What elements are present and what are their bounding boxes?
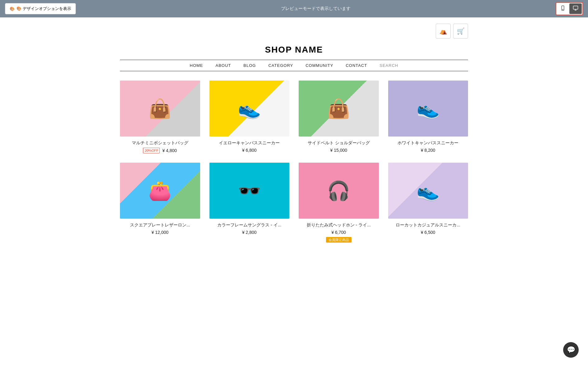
design-options-label: 🎨 デザインオプションを表示 (16, 6, 71, 12)
product-card[interactable]: 👟ホワイトキャンバススニーカー¥ 8,200 (388, 81, 468, 153)
nav-item-home[interactable]: HOME (184, 63, 209, 68)
top-icons-row: ⛺ 🛒 (120, 24, 468, 39)
mobile-view-button[interactable] (557, 3, 569, 14)
product-image-visual: 🎧 (299, 163, 379, 219)
product-card[interactable]: 👟ローカットカジュアルスニーカ...¥ 6,500 (388, 163, 468, 242)
product-name: イエローキャンバススニーカー (209, 140, 290, 146)
product-image-visual: 🕶️ (209, 163, 290, 219)
nav-item-category[interactable]: CATEGORY (262, 63, 299, 68)
product-name: ローカットカジュアルスニーカ... (388, 222, 468, 228)
product-price: ¥ 2,800 (242, 230, 257, 235)
discount-badge: 20%OFF (143, 148, 160, 153)
product-grid: 👜マルチミニポシェットバッグ20%OFF¥ 4,800👟イエローキャンバススニー… (120, 81, 468, 242)
tent-icon-button[interactable]: ⛺ (436, 24, 451, 39)
product-card[interactable]: 👟イエローキャンバススニーカー¥ 6,800 (209, 81, 290, 153)
palette-icon: 🎨 (10, 7, 15, 11)
svg-point-1 (563, 9, 563, 10)
nav-item-community[interactable]: COMMUNITY (299, 63, 339, 68)
product-card[interactable]: 🎧折りたたみ式ヘッドホン - ライ...¥ 6,700会員限定商品 (299, 163, 379, 242)
product-price: ¥ 4,800 (162, 148, 177, 153)
product-name: 折りたたみ式ヘッドホン - ライ... (299, 222, 379, 228)
product-image-visual: 👟 (388, 163, 468, 219)
nav-item-contact[interactable]: CONTACT (339, 63, 373, 68)
product-price: ¥ 8,200 (421, 148, 435, 153)
product-card[interactable]: 🕶️カラーフレームサングラス - イ...¥ 2,800 (209, 163, 290, 242)
desktop-view-button[interactable] (569, 3, 582, 14)
product-price: ¥ 12,000 (152, 230, 169, 235)
shop-area: ⛺ 🛒 SHOP NAME HOME ABOUT BLOG CATEGORY C… (108, 17, 480, 249)
product-name: サイドベルト ショルダーバッグ (299, 140, 379, 146)
cart-icon: 🛒 (457, 27, 465, 35)
product-image-visual: 👛 (120, 163, 200, 219)
product-image-visual: 👟 (388, 81, 468, 137)
nav-item-about[interactable]: ABOUT (209, 63, 237, 68)
tent-icon: ⛺ (439, 27, 447, 35)
product-name: カラーフレームサングラス - イ... (209, 222, 290, 228)
product-name: ホワイトキャンバススニーカー (388, 140, 468, 146)
navigation-bar: HOME ABOUT BLOG CATEGORY COMMUNITY CONTA… (120, 60, 468, 71)
product-price: ¥ 6,800 (242, 148, 257, 153)
shop-name: SHOP NAME (120, 45, 468, 55)
device-toggle-group (556, 2, 583, 15)
product-card[interactable]: 👜マルチミニポシェットバッグ20%OFF¥ 4,800 (120, 81, 200, 153)
product-price: ¥ 15,000 (330, 148, 347, 153)
product-name: マルチミニポシェットバッグ (120, 140, 200, 146)
top-bar: 🎨 🎨 デザインオプションを表示 プレビューモードで表示しています (0, 0, 588, 17)
svg-rect-2 (573, 6, 578, 9)
product-image-visual: 👟 (209, 81, 290, 137)
nav-search[interactable]: SEARCH (373, 63, 404, 68)
product-card[interactable]: 👜サイドベルト ショルダーバッグ¥ 15,000 (299, 81, 379, 153)
product-image-visual: 👜 (299, 81, 379, 137)
cart-icon-button[interactable]: 🛒 (453, 24, 468, 39)
design-options-button[interactable]: 🎨 🎨 デザインオプションを表示 (5, 3, 76, 14)
preview-mode-label: プレビューモードで表示しています (281, 6, 351, 12)
product-price: ¥ 6,500 (421, 230, 435, 235)
product-price: ¥ 6,700 (331, 230, 346, 235)
member-badge: 会員限定商品 (326, 237, 351, 243)
product-image-visual: 👜 (120, 81, 200, 137)
product-name: スクエアプレートレザーロン... (120, 222, 200, 228)
product-card[interactable]: 👛スクエアプレートレザーロン...¥ 12,000 (120, 163, 200, 242)
nav-item-blog[interactable]: BLOG (237, 63, 262, 68)
